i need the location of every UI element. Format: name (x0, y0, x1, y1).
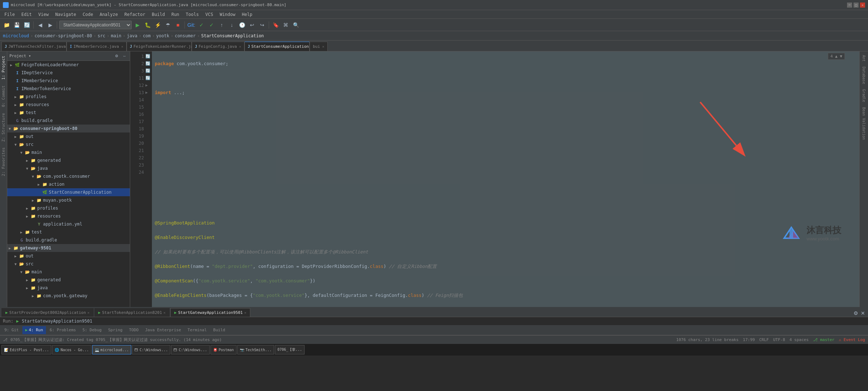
tree-resources2[interactable]: ▶ 📁 resources (7, 212, 130, 220)
bottom-tab-spring[interactable]: Spring (105, 326, 125, 334)
sidebar-label-favorites[interactable]: 2: Favorites (0, 144, 7, 179)
git-update-button[interactable]: ↓ (227, 21, 236, 29)
tree-buildgradle1[interactable]: G build.gradle (7, 117, 130, 125)
tree-com-yootk-consumer[interactable]: ▼ 📂 com.yootk.consumer (7, 172, 130, 180)
maximize-button[interactable]: □ (854, 3, 859, 8)
sidebar-right-bean[interactable]: Bean Validation (861, 105, 867, 142)
close-button[interactable]: ✕ (860, 3, 865, 8)
status-crlf[interactable]: CRLF (759, 337, 769, 342)
breadcrumb-java[interactable]: java (127, 33, 137, 38)
git-check2-button[interactable]: ✓ (207, 21, 216, 29)
terminal-button[interactable]: ⌘ (281, 21, 290, 29)
tab-imember[interactable]: I IMemberService.java ✕ (67, 42, 127, 51)
run-tab-gateway[interactable]: ▶ StartGatewayApplication9501 ✕ (170, 308, 250, 317)
taskbar-windows1[interactable]: 🗔 C:\Windows... (132, 345, 170, 354)
minimize-button[interactable]: ─ (847, 3, 852, 8)
tree-main2[interactable]: ▼ 📂 main (7, 268, 130, 276)
menu-window[interactable]: Window (217, 11, 238, 18)
event-log-icon[interactable]: ⚠ Event Log (839, 337, 865, 342)
redo-button[interactable]: ↪ (258, 21, 267, 29)
tree-imembertoken[interactable]: I IMemberTokenService (7, 85, 130, 93)
bottom-tab-todo[interactable]: TODO (126, 326, 142, 334)
sidebar-label-structure[interactable]: Z: Structure (0, 110, 7, 144)
menu-run[interactable]: Run (169, 11, 182, 18)
bottom-tab-build[interactable]: Build (210, 326, 228, 334)
tab-feignconfig[interactable]: J FeignConfig.java ✕ (192, 42, 244, 51)
tree-consumer-module[interactable]: ▼ 📂 consumer-springboot-80 (7, 125, 130, 133)
status-indent[interactable]: 4 spaces (790, 337, 809, 342)
menu-tools[interactable]: Tools (183, 11, 202, 18)
code-editor[interactable]: 1 2 3 11 12 13 14 15 16 17 18 19 20 (130, 51, 859, 307)
git-commit-button[interactable]: Git: (187, 21, 196, 29)
tab-bui[interactable]: bui ✕ (310, 42, 328, 51)
taskbar-idea[interactable]: 💻 microcloud... (92, 345, 131, 354)
tree-profiles[interactable]: ▶ 📁 profiles (7, 93, 130, 101)
tree-out[interactable]: ▶ 📁 out (7, 133, 130, 140)
tree-buildgradle2[interactable]: G build.gradle (7, 236, 130, 244)
tree-appyml[interactable]: Y application.yml (7, 220, 130, 228)
sidebar-right-database[interactable]: Database (861, 64, 867, 86)
run-close-1[interactable]: ✕ (88, 311, 90, 315)
tree-startconsumer[interactable]: 🌿 StartConsumerApplication (7, 188, 130, 196)
bookmark-button[interactable]: 🔖 (271, 21, 280, 29)
open-folder-button[interactable]: 📁 (2, 21, 11, 29)
menu-analyze[interactable]: Analyze (97, 11, 121, 18)
tree-com-yootk-gateway[interactable]: ▶ 📁 com.yootk.gateway (7, 292, 130, 300)
tree-generated[interactable]: ▶ 📁 generated (7, 156, 130, 164)
breadcrumb-yootk[interactable]: yootk (156, 33, 169, 38)
menu-navigate[interactable]: Navigate (52, 11, 79, 18)
git-history-button[interactable]: 🕐 (238, 21, 246, 29)
project-settings-button[interactable]: ⚙ (113, 53, 120, 59)
status-branch[interactable]: ⎇ master (813, 337, 834, 342)
tab-feign-runner[interactable]: J FeignTokenLoaderRunner.java ✕ (127, 42, 192, 51)
menu-code[interactable]: Code (80, 11, 96, 18)
sidebar-right-gradle[interactable]: Gradle (861, 87, 867, 104)
sidebar-label-project[interactable]: 1: Project (0, 53, 7, 83)
menu-view[interactable]: View (35, 11, 52, 18)
status-encoding[interactable]: UTF-8 (773, 337, 785, 342)
breadcrumb-microcloud[interactable]: microcloud (3, 33, 29, 38)
tree-idept[interactable]: I IDeptService (7, 69, 130, 77)
bottom-tab-java-enterprise[interactable]: Java Enterprise (142, 326, 184, 334)
sync-button[interactable]: 🔄 (22, 21, 31, 29)
taskbar-windows2[interactable]: 🗔 C:\Windows... (171, 345, 209, 354)
tree-gateway[interactable]: ▶ 📁 gateway-9501 (7, 244, 130, 252)
save-all-button[interactable]: 💾 (12, 21, 21, 29)
search-everywhere-button[interactable]: 🔍 (292, 21, 300, 29)
back-button[interactable]: ◀ (36, 21, 44, 29)
bottom-tab-terminal[interactable]: Terminal (185, 326, 210, 334)
menu-edit[interactable]: Edit (18, 11, 35, 18)
sidebar-right-ant[interactable]: Ant (861, 53, 867, 64)
run-tab-provider[interactable]: ▶ StartProviderDept8002Application ✕ (1, 308, 94, 317)
search-count[interactable]: 4 ▲ ▼ (828, 53, 845, 60)
menu-file[interactable]: File (1, 11, 18, 18)
tree-out2[interactable]: ▶ 📁 out (7, 252, 130, 260)
run-config-dropdown[interactable]: StartGatewayApplication9501 (59, 21, 132, 29)
tab-startconsumer[interactable]: J StartConsumerApplication.java ✕ (244, 42, 310, 51)
git-check-button[interactable]: ✓ (197, 21, 206, 29)
tree-imember[interactable]: I IMemberService (7, 77, 130, 85)
profile-button[interactable]: ⚡ (153, 21, 162, 29)
taskbar-0706[interactable]: 0706_【掌... (275, 345, 305, 354)
run-close-3[interactable]: ✕ (244, 311, 246, 315)
run-tab-token[interactable]: ▶ StartTokenApplication8201 ✕ (94, 308, 170, 317)
run-close-2[interactable]: ✕ (163, 311, 166, 315)
bottom-tab-problems[interactable]: 6: Problems (47, 326, 79, 334)
tree-main[interactable]: ▼ 📂 main (7, 148, 130, 156)
taskbar-editplus[interactable]: 📝 EditPlus - Post... (1, 345, 51, 354)
run-settings-button[interactable]: ⚙ (852, 310, 859, 317)
breadcrumb-module[interactable]: consumer-springboot-80 (34, 33, 92, 38)
tab-close-imember[interactable]: ✕ (121, 45, 123, 49)
tree-generated2[interactable]: ▶ 📁 generated (7, 276, 130, 284)
breadcrumb-com[interactable]: com (143, 33, 151, 38)
tree-action[interactable]: ▶ 📁 action (7, 180, 130, 188)
sidebar-label-commit[interactable]: 0: Commit (0, 83, 7, 110)
menu-build[interactable]: Build (149, 11, 168, 18)
run-close-panel-button[interactable]: ✕ (859, 310, 867, 317)
tree-src2[interactable]: ▼ 📂 src (7, 260, 130, 268)
breadcrumb-consumer[interactable]: consumer (175, 33, 196, 38)
run-button[interactable]: ▶ (133, 21, 142, 29)
menu-vcs[interactable]: VCS (203, 11, 216, 18)
taskbar-techsmith[interactable]: 📷 TechSmith... (237, 345, 274, 354)
code-content[interactable]: package com.yootk.consumer; import ...; … (152, 51, 859, 307)
